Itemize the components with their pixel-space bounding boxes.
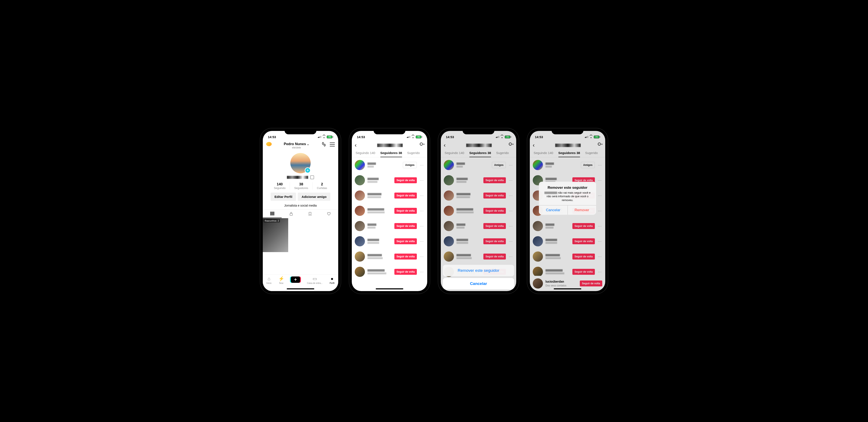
follower-avatar[interactable] [533,160,543,170]
tab-liked[interactable] [319,209,338,218]
follower-row[interactable]: Seguir de volta⋯ [352,264,427,280]
follower-row[interactable]: Seguir de volta⋯ [441,203,516,219]
follower-avatar[interactable] [444,206,454,216]
follow-back-button[interactable]: Seguir de volta [484,208,506,214]
more-icon[interactable]: ⋯ [597,163,602,167]
tab-following[interactable]: Seguindo 140 [534,151,553,157]
back-button[interactable]: ‹ [533,142,539,149]
follower-row[interactable]: Seguir de volta⋯ [530,249,605,264]
more-icon[interactable]: ⋯ [420,163,424,167]
follow-back-button[interactable]: Seguir de volta [580,281,602,286]
follower-row[interactable]: Seguir de volta⋯ [530,234,605,249]
follower-avatar[interactable] [355,221,365,231]
home-indicator[interactable] [287,288,314,289]
menu-icon[interactable] [330,142,335,147]
alert-cancel-button[interactable]: Cancelar [539,205,567,215]
follow-back-button[interactable]: Seguir de volta [394,177,417,183]
follower-avatar[interactable] [355,267,365,277]
follow-back-button[interactable]: Seguir de volta [572,269,595,275]
action-cancel[interactable]: Cancelar [443,278,514,289]
coin-icon[interactable] [266,142,272,146]
follower-avatar[interactable] [533,236,543,247]
more-icon[interactable]: ⋯ [597,239,602,244]
follow-back-button[interactable]: Seguir de volta [484,238,506,244]
more-icon[interactable]: ⋯ [508,178,513,183]
more-icon[interactable]: ⋯ [597,193,602,198]
follow-back-button[interactable]: Seguir de volta [394,223,417,229]
friends-button[interactable]: Amigos [492,162,506,168]
follow-back-button[interactable]: Seguir de volta [572,254,595,260]
more-icon[interactable]: ⋯ [597,269,602,274]
more-icon[interactable]: ⋯ [597,178,602,183]
more-icon[interactable]: ⋯ [597,254,602,259]
follower-row[interactable]: Amigos⋯ [530,157,605,173]
follower-row[interactable]: Seguir de volta⋯ [352,219,427,234]
follower-avatar[interactable] [355,252,365,262]
tab-private[interactable] [282,209,301,218]
more-icon[interactable]: ⋯ [420,178,424,183]
friends-button[interactable]: Amigos [581,162,595,168]
follower-avatar[interactable] [444,175,454,185]
tab-following[interactable]: Seguindo 140 [444,151,464,157]
more-icon[interactable]: ⋯ [420,239,424,244]
add-person-icon[interactable] [597,142,602,148]
follower-row[interactable]: Seguir de volta⋯ [352,188,427,203]
nav-inbox[interactable]: ▭Caixa de entra... [307,276,322,284]
tab-grid[interactable] [263,209,282,218]
nav-create[interactable]: + [291,276,300,283]
nav-home[interactable]: ⌂Início [266,276,272,284]
add-friend-button[interactable]: Adicionar amigo [298,193,330,201]
follower-row[interactable]: Seguir de volta⋯ [352,249,427,264]
follower-avatar[interactable] [355,236,365,247]
follower-row[interactable]: Seguir de volta⋯ [441,173,516,188]
follow-back-button[interactable]: Seguir de volta [394,269,417,275]
tab-followers[interactable]: Seguidores 38 [558,151,580,157]
follower-row[interactable]: Seguir de volta⋯ [441,249,516,264]
stat-followers[interactable]: 38Seguidores [290,182,312,190]
follower-row[interactable]: Seguir de volta⋯ [441,219,516,234]
footsteps-icon[interactable] [321,142,327,147]
tab-suggested[interactable]: Sugerido [496,151,509,157]
follower-avatar[interactable] [533,267,543,276]
follower-row[interactable]: Amigos⋯ [441,157,516,173]
nav-profile[interactable]: ●Perfil [329,276,335,284]
tab-saved[interactable] [301,209,319,218]
more-icon[interactable]: ⋯ [508,254,513,259]
follower-row[interactable]: Seguir de volta⋯ [352,234,427,249]
follow-back-button[interactable]: Seguir de volta [572,238,595,244]
follower-avatar[interactable] [355,160,365,170]
more-icon[interactable]: ⋯ [508,224,513,228]
add-person-icon[interactable] [508,142,513,148]
more-icon[interactable]: ⋯ [420,208,424,213]
action-remove-follower[interactable]: Remover este seguidor [443,265,514,276]
add-person-icon[interactable] [419,142,424,148]
follow-back-button[interactable]: Seguir de volta [394,208,417,214]
avatar-add-icon[interactable]: + [305,167,311,173]
back-button[interactable]: ‹ [355,142,361,149]
follower-avatar[interactable] [444,221,454,231]
follower-row[interactable]: Amigos⋯ [352,157,427,173]
drafts-tile[interactable]: Rascunhos: 2 [263,218,288,252]
more-icon[interactable]: ⋯ [420,254,424,259]
home-indicator[interactable] [554,288,581,289]
back-button[interactable]: ‹ [444,142,450,149]
nav-now[interactable]: ⚡Now [278,276,284,284]
alert-remove-button[interactable]: Remover [567,205,596,215]
profile-name-dropdown[interactable]: Pedro Nunes⌄ [284,142,309,146]
tab-suggested[interactable]: Sugerido [407,151,420,157]
follow-back-button[interactable]: Seguir de volta [484,223,506,229]
follow-back-button[interactable]: Seguir de volta [394,254,417,260]
follower-avatar[interactable] [355,206,365,216]
stat-following[interactable]: 140Seguindo [270,182,290,190]
follower-row[interactable]: Seguir de volta⋯ [441,188,516,203]
follower-row[interactable]: Seguir de volta⋯ [352,173,427,188]
more-icon[interactable]: ⋯ [420,193,424,198]
follower-avatar[interactable] [533,221,543,231]
qr-icon[interactable] [310,175,314,179]
friends-button[interactable]: Amigos [403,162,417,168]
more-icon[interactable]: ⋯ [420,224,424,228]
follower-row[interactable]: Seguir de volta⋯ [352,203,427,219]
home-indicator[interactable] [376,288,403,289]
follow-back-button[interactable]: Seguir de volta [484,254,506,260]
tab-suggested[interactable]: Sugerido [585,151,598,157]
